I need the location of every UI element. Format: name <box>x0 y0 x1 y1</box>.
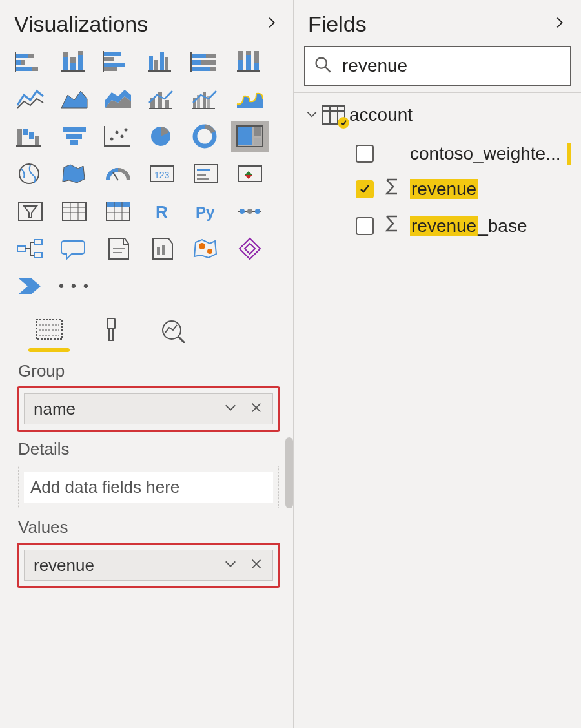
svg-point-110 <box>316 58 327 68</box>
field-name: revenue_base <box>410 216 527 236</box>
viz-100-stacked-bar-icon[interactable] <box>187 46 225 77</box>
viz-stacked-bar-icon[interactable] <box>12 46 49 77</box>
svg-point-92 <box>255 209 260 214</box>
svg-rect-50 <box>35 136 39 145</box>
viz-line-stacked-column-icon[interactable] <box>143 83 181 114</box>
svg-rect-18 <box>103 51 104 72</box>
well-details-drop[interactable]: Add data fields here <box>18 466 279 508</box>
svg-rect-21 <box>160 52 164 70</box>
svg-rect-99 <box>162 245 165 255</box>
viz-matrix-icon[interactable] <box>99 196 137 227</box>
svg-rect-32 <box>238 60 243 70</box>
viz-key-influencers-icon[interactable] <box>231 196 269 227</box>
well-values-pill[interactable]: revenue <box>24 550 273 581</box>
chevron-down-icon[interactable] <box>223 556 238 576</box>
svg-rect-17 <box>104 67 117 71</box>
viz-python-icon[interactable]: Py <box>187 196 225 227</box>
field-name: contoso_weighte... <box>410 143 561 164</box>
checkbox-checked[interactable] <box>356 180 374 198</box>
svg-rect-7 <box>63 57 68 70</box>
svg-rect-106 <box>107 318 115 329</box>
viz-type-grid: 123 R Py • • • <box>0 43 293 304</box>
svg-rect-9 <box>70 63 76 70</box>
viz-treemap-icon[interactable] <box>231 121 269 152</box>
tab-analytics-icon[interactable] <box>158 316 189 352</box>
search-icon <box>314 56 332 76</box>
svg-rect-36 <box>254 63 259 70</box>
viz-kpi-icon[interactable] <box>231 158 269 189</box>
svg-rect-94 <box>34 240 42 245</box>
viz-power-automate-icon[interactable] <box>12 271 49 302</box>
check-badge-icon <box>338 117 349 129</box>
chevron-down-icon[interactable] <box>305 105 318 125</box>
svg-rect-24 <box>192 54 206 58</box>
svg-rect-47 <box>17 129 22 145</box>
well-values-drop[interactable]: revenue <box>18 544 279 587</box>
fields-search-input[interactable] <box>341 55 561 77</box>
well-group-pill[interactable]: name <box>24 393 273 424</box>
viz-donut-chart-icon[interactable] <box>187 121 225 152</box>
viz-scatter-chart-icon[interactable] <box>99 121 137 152</box>
tab-format-icon[interactable] <box>96 316 127 352</box>
checkbox-unchecked[interactable] <box>356 217 374 235</box>
chevron-down-icon[interactable] <box>223 399 238 419</box>
svg-point-100 <box>199 243 205 249</box>
viz-multi-row-card-icon[interactable] <box>187 158 225 189</box>
table-icon <box>322 105 345 125</box>
scrollbar-thumb[interactable] <box>285 437 293 508</box>
well-group-pill-text: name <box>34 399 76 419</box>
svg-point-58 <box>116 131 119 134</box>
viz-paginated-report-icon[interactable] <box>143 233 181 264</box>
viz-decomposition-tree-icon[interactable] <box>12 233 49 264</box>
table-toggle[interactable]: account <box>305 105 571 125</box>
collapse-fields-chevron-icon[interactable] <box>553 14 567 34</box>
viz-waterfall-chart-icon[interactable] <box>12 121 49 152</box>
svg-rect-65 <box>254 127 261 136</box>
viz-slicer-icon[interactable] <box>12 196 49 227</box>
well-values: Values revenue <box>0 508 293 587</box>
svg-rect-40 <box>165 100 169 108</box>
viz-gauge-icon[interactable] <box>99 158 137 189</box>
viz-clustered-column-icon[interactable] <box>143 46 181 77</box>
close-icon[interactable] <box>249 399 263 419</box>
svg-rect-71 <box>194 165 218 183</box>
viz-map-icon[interactable] <box>12 158 49 189</box>
checkbox-unchecked[interactable] <box>356 145 374 163</box>
svg-text:R: R <box>156 202 168 222</box>
viz-area-chart-icon[interactable] <box>56 83 93 114</box>
svg-rect-93 <box>17 246 25 251</box>
visualizations-body: 123 R Py • • • <box>0 43 293 728</box>
tab-fields-icon[interactable] <box>34 316 65 352</box>
viz-ribbon-chart-icon[interactable] <box>231 83 269 114</box>
viz-smart-narrative-icon[interactable] <box>99 233 137 264</box>
viz-100-stacked-column-icon[interactable] <box>231 46 269 77</box>
field-row[interactable]: revenue <box>305 171 571 207</box>
svg-rect-16 <box>104 63 125 67</box>
svg-rect-34 <box>246 55 251 70</box>
field-row[interactable]: contoso_weighte... <box>305 137 571 171</box>
viz-card-icon[interactable]: 123 <box>143 158 181 189</box>
viz-stacked-column-icon[interactable] <box>56 46 93 77</box>
viz-clustered-bar-icon[interactable] <box>99 46 137 77</box>
viz-more-options-icon[interactable]: • • • <box>56 271 93 302</box>
viz-filled-map-icon[interactable] <box>56 158 93 189</box>
field-row[interactable]: revenue_base <box>305 207 571 244</box>
well-group-drop[interactable]: name <box>18 388 279 430</box>
collapse-viz-chevron-icon[interactable] <box>265 14 279 34</box>
viz-stacked-area-chart-icon[interactable] <box>99 83 137 114</box>
svg-rect-77 <box>63 202 86 220</box>
close-icon[interactable] <box>249 556 263 576</box>
svg-rect-4 <box>16 67 32 71</box>
highlight-marker-icon <box>567 143 571 165</box>
viz-pie-chart-icon[interactable] <box>143 121 181 152</box>
viz-line-clustered-column-icon[interactable] <box>187 83 225 114</box>
viz-r-script-icon[interactable]: R <box>143 196 181 227</box>
viz-funnel-chart-icon[interactable] <box>56 121 93 152</box>
viz-qna-icon[interactable] <box>56 233 93 264</box>
viz-power-apps-icon[interactable] <box>231 233 269 264</box>
viz-table-icon[interactable] <box>56 196 93 227</box>
svg-rect-13 <box>61 70 85 72</box>
viz-arcgis-map-icon[interactable] <box>187 233 225 264</box>
viz-line-chart-icon[interactable] <box>12 83 49 114</box>
fields-search-box[interactable] <box>304 46 571 86</box>
